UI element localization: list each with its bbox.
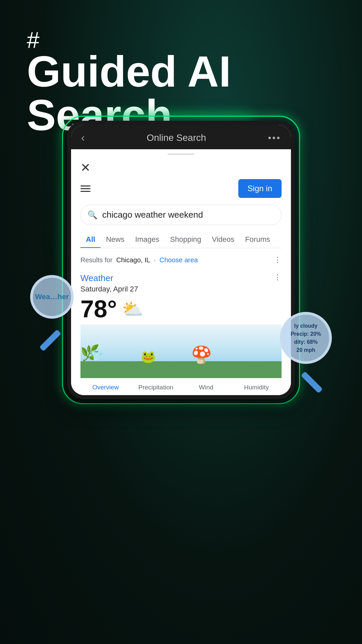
hamburger-line-3 xyxy=(80,191,90,192)
magnify-right-text: ly cloudy Precip: 20% dity: 68% 20 mph xyxy=(291,322,321,354)
weather-card: Weather Saturday, April 27 ⋮ 78° ⛅ 🌿 👕 xyxy=(80,270,282,378)
tab-news[interactable]: News xyxy=(101,232,130,248)
app-title: Online Search xyxy=(146,132,206,143)
header-row: Sign in xyxy=(80,179,282,198)
magnify-lens-left: Wea…her xyxy=(30,275,74,319)
search-bar[interactable]: 🔍 chicago weather weekend xyxy=(80,205,282,225)
phone-outer: ‹ Online Search ••• ✕ xyxy=(67,121,295,399)
illus-mushroom: 🍄 xyxy=(191,345,212,365)
bottom-tab-humidity[interactable]: Humidity xyxy=(231,382,282,392)
topbar-more-icon[interactable]: ••• xyxy=(268,132,281,143)
close-row: ✕ xyxy=(80,162,282,174)
content-area: ✕ Sign in 🔍 chicago weather weekend xyxy=(71,155,291,395)
tab-forums[interactable]: Forums xyxy=(240,232,276,248)
phone-mockup: ‹ Online Search ••• ✕ xyxy=(67,121,295,399)
hamburger-line-2 xyxy=(80,188,90,189)
magnify-glass-right: ly cloudy Precip: 20% dity: 68% 20 mph xyxy=(261,312,332,382)
results-bar: Results for Chicago, IL · Choose area ⋮ xyxy=(80,253,282,267)
app-topbar: ‹ Online Search ••• xyxy=(71,125,291,149)
weather-more-icon[interactable]: ⋮ xyxy=(274,273,282,282)
close-button[interactable]: ✕ xyxy=(80,162,90,174)
hamburger-menu-button[interactable] xyxy=(80,185,90,192)
weather-temp-row: 78° ⛅ xyxy=(80,296,282,321)
magnify-glass-left: Wea…her xyxy=(30,275,94,339)
magnify-lens-right: ly cloudy Precip: 20% dity: 68% 20 mph xyxy=(280,312,332,364)
hamburger-line-1 xyxy=(80,185,90,186)
bottom-tab-precipitation[interactable]: Precipitation xyxy=(131,382,181,392)
weather-card-header: Weather Saturday, April 27 ⋮ xyxy=(80,270,282,296)
search-icon: 🔍 xyxy=(87,210,98,220)
bottom-tab-overview[interactable]: Overview xyxy=(80,382,131,392)
illus-grass xyxy=(80,361,282,378)
choose-area-link[interactable]: Choose area xyxy=(160,256,198,264)
magnify-left-text: Wea…her xyxy=(35,292,69,301)
weather-bottom-tabs: Overview Precipitation Wind Humidity xyxy=(80,378,282,395)
search-query-text: chicago weather weekend xyxy=(102,210,203,220)
illus-laundry: 👕 xyxy=(90,350,102,361)
bottom-tab-wind[interactable]: Wind xyxy=(181,382,231,392)
tab-images[interactable]: Images xyxy=(130,232,165,248)
weather-icon: ⛅ xyxy=(122,299,143,319)
tab-all[interactable]: All xyxy=(80,232,101,248)
back-button[interactable]: ‹ xyxy=(81,131,85,144)
tab-shopping[interactable]: Shopping xyxy=(165,232,206,248)
sign-in-button[interactable]: Sign in xyxy=(238,179,282,198)
search-tabs: All News Images Shopping Videos Forums xyxy=(80,232,282,248)
illus-frog: 🐸 xyxy=(141,350,156,364)
tab-videos[interactable]: Videos xyxy=(206,232,240,248)
results-more-icon[interactable]: ⋮ xyxy=(274,256,282,264)
weather-illustration: 🌿 👕 🐸 🍄 xyxy=(80,324,282,378)
phone-screen: ‹ Online Search ••• ✕ xyxy=(71,125,291,395)
results-location-text: Results for Chicago, IL · Choose area xyxy=(80,256,198,264)
